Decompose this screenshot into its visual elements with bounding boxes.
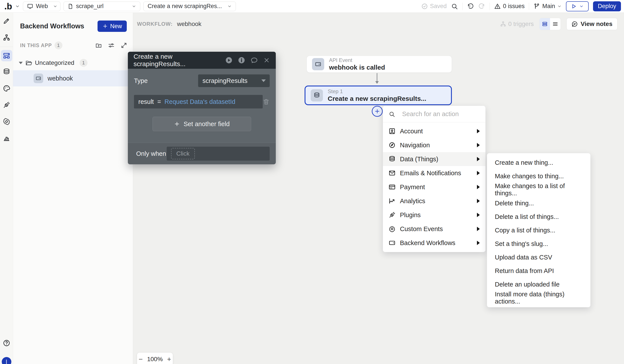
view-notes-button[interactable]: View notes	[566, 18, 618, 30]
submenu-item[interactable]: Install more data (things) actions...	[487, 291, 590, 305]
logo-chevron-down-icon[interactable]	[15, 4, 20, 9]
action-menu-item[interactable]: Custom Events	[383, 222, 485, 236]
cards-view-button[interactable]	[540, 18, 550, 30]
action-menu-item[interactable]: Backend Workflows	[383, 236, 485, 250]
submenu-item[interactable]: Create a new thing...	[487, 156, 590, 169]
database-icon	[311, 89, 323, 102]
action-menu-item-label: Emails & Notifications	[400, 170, 461, 177]
submenu-item-label: Set a thing's slug...	[495, 240, 548, 247]
workflow-list-item-selected[interactable]: webhook	[13, 70, 133, 86]
redo-button[interactable]	[478, 3, 485, 10]
comment-icon[interactable]	[251, 56, 258, 64]
branch-selector[interactable]: Main	[533, 3, 562, 10]
action-menu-item[interactable]: Payment	[383, 180, 485, 194]
submenu-item[interactable]: Make changes to thing...	[487, 169, 590, 183]
page-selector[interactable]: scrape_url	[63, 1, 140, 11]
data-things-submenu: Create a new thing... Make changes to th…	[487, 153, 590, 307]
preview-button[interactable]	[566, 1, 589, 11]
help-button[interactable]	[0, 335, 13, 351]
submenu-item[interactable]: Upload data as CSV	[487, 251, 590, 264]
action-search-row[interactable]	[383, 106, 485, 122]
action-search-input[interactable]	[402, 110, 484, 118]
info-icon[interactable]	[238, 56, 245, 64]
action-menu-item[interactable]: Plugins	[383, 208, 485, 222]
expand-icon[interactable]	[121, 42, 127, 49]
action-menu-item-label: Backend Workflows	[400, 239, 455, 247]
analytics-icon	[389, 198, 395, 205]
field-assignment-row[interactable]: result = Request Data's datasetId	[134, 95, 263, 108]
sidebar-item-backend-workflows[interactable]	[0, 48, 13, 63]
intercom-button[interactable]: |	[2, 357, 11, 364]
folder-name: Uncategorized	[35, 59, 74, 66]
submenu-item[interactable]: Copy a list of things...	[487, 223, 590, 237]
sidebar-item-settings[interactable]	[0, 113, 13, 130]
action-menu-item[interactable]: Analytics	[383, 194, 485, 208]
submenu-item[interactable]: Delete a list of things...	[487, 210, 590, 223]
chevron-down-icon	[557, 4, 562, 8]
bubble-logo[interactable]: b	[5, 2, 12, 11]
type-select[interactable]: scrapingResults	[198, 75, 270, 87]
event-card-title: webhook is called	[329, 64, 385, 71]
save-status: Saved	[421, 3, 447, 10]
sitemap-icon	[3, 34, 10, 41]
intercom-icon: |	[6, 359, 7, 364]
submenu-item[interactable]: Make changes to a list of things...	[487, 183, 590, 196]
view-notes-label: View notes	[581, 21, 612, 27]
new-workflow-button[interactable]: New	[98, 21, 127, 32]
submenu-item[interactable]: Set a thing's slug...	[487, 237, 590, 251]
modal-header[interactable]: Create a new scrapingResults...	[128, 52, 276, 69]
custom-events-icon	[389, 225, 395, 233]
app-sidebar: |	[0, 13, 13, 364]
platform-label: Web	[36, 3, 48, 10]
run-icon[interactable]	[225, 56, 233, 64]
warning-triangle-icon	[494, 3, 501, 10]
event-card[interactable]: API Event webhook is called	[307, 56, 452, 73]
action-menu-item[interactable]: Navigation	[383, 138, 485, 152]
chevron-down-icon	[132, 4, 136, 8]
sidebar-item-design[interactable]	[0, 13, 13, 29]
folder-row-uncategorized[interactable]: Uncategorized 1	[13, 57, 133, 69]
workflow-selector[interactable]: Create a new scrapingRes...	[143, 1, 236, 11]
submenu-item[interactable]: Delete an uploaded file	[487, 278, 590, 291]
pencil-icon	[3, 17, 10, 25]
list-view-button[interactable]	[550, 18, 561, 30]
equals-sign: =	[157, 98, 161, 105]
zoom-out-button[interactable]: −	[139, 355, 143, 363]
set-another-field-label: Set another field	[183, 120, 230, 128]
sidebar-item-logs[interactable]	[0, 130, 13, 146]
action-menu-item[interactable]: Data (Things)	[383, 152, 485, 166]
submenu-arrow-icon	[477, 171, 480, 175]
section-label: IN THIS APP	[20, 43, 52, 49]
platform-selector[interactable]: Web	[23, 1, 60, 11]
step-card-selected[interactable]: Step 1 Create a new scrapingResults...	[305, 85, 452, 105]
action-menu-item[interactable]: Account	[383, 124, 485, 138]
zoom-in-button[interactable]: +	[167, 355, 171, 363]
issues-indicator[interactable]: 0 issues	[494, 3, 524, 10]
undo-button[interactable]	[467, 3, 474, 10]
only-when-input[interactable]: Click	[167, 147, 270, 161]
sidebar-item-plugins[interactable]	[0, 97, 13, 113]
submenu-item-label: Make changes to a list of things...	[495, 182, 583, 197]
filter-icon[interactable]	[108, 42, 115, 49]
submenu-item-label: Return data from API	[495, 267, 554, 275]
action-property-modal: Create a new scrapingResults... Type scr…	[128, 52, 276, 164]
action-menu-item[interactable]: Emails & Notifications	[383, 166, 485, 180]
search-button[interactable]	[451, 3, 458, 10]
redo-icon	[478, 3, 485, 10]
action-menu-item-label: Account	[400, 128, 423, 135]
submenu-list: Create a new thing... Make changes to th…	[487, 156, 590, 305]
submenu-arrow-icon	[477, 143, 480, 147]
sidebar-item-pages[interactable]	[0, 29, 13, 46]
deploy-button[interactable]: Deploy	[593, 1, 621, 11]
close-icon[interactable]	[263, 57, 270, 64]
sidebar-item-styles[interactable]	[0, 80, 13, 97]
new-folder-icon[interactable]	[95, 42, 102, 49]
set-another-field-button[interactable]: Set another field	[153, 117, 251, 131]
add-action-button[interactable]	[372, 106, 383, 117]
submenu-item[interactable]: Return data from API	[487, 264, 590, 278]
submenu-item[interactable]: Delete thing...	[487, 196, 590, 210]
field-value-expression[interactable]: Request Data's datasetId	[164, 98, 235, 105]
delete-field-icon[interactable]	[263, 98, 270, 105]
submenu-arrow-icon	[477, 241, 480, 245]
sidebar-item-data[interactable]	[0, 63, 13, 80]
